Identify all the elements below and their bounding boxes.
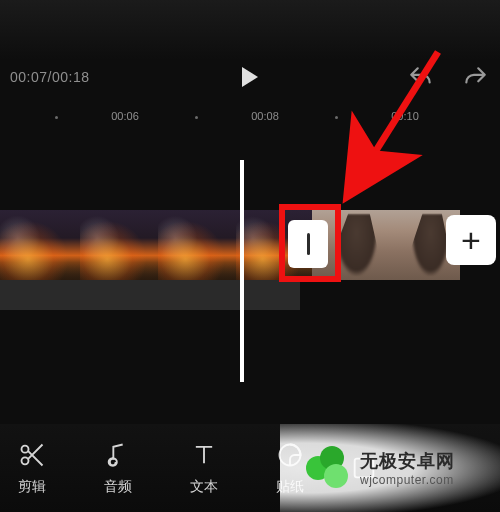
clip-track[interactable] xyxy=(0,210,500,280)
watermark-text: 无极安卓网 wjcomputer.com xyxy=(360,449,455,487)
watermark: 无极安卓网 wjcomputer.com xyxy=(280,424,500,512)
play-button[interactable] xyxy=(242,67,258,87)
tool-cut[interactable]: 剪辑 xyxy=(6,440,58,496)
ruler-label: 00:10 xyxy=(391,110,419,122)
transition-button[interactable] xyxy=(288,220,328,268)
watermark-subtitle: wjcomputer.com xyxy=(360,473,455,487)
watermark-title: 无极安卓网 xyxy=(360,449,455,473)
add-clip-button[interactable]: + xyxy=(446,215,496,265)
tool-label: 音频 xyxy=(104,478,132,496)
timeline[interactable]: + xyxy=(0,160,500,382)
plus-icon: + xyxy=(461,223,481,257)
tool-label: 文本 xyxy=(190,478,218,496)
time-ruler[interactable]: 00:06 00:08 00:10 xyxy=(0,108,500,128)
watermark-logo xyxy=(306,446,350,490)
tool-audio[interactable]: 音频 xyxy=(92,440,144,496)
clip-thumbnail[interactable] xyxy=(158,210,236,280)
ruler-label: 00:06 xyxy=(111,110,139,122)
ruler-dot xyxy=(55,116,58,119)
scissors-icon xyxy=(18,440,46,470)
audio-track[interactable] xyxy=(0,280,300,310)
ruler-label: 00:08 xyxy=(251,110,279,122)
history-controls xyxy=(408,60,488,94)
transition-icon xyxy=(307,233,310,255)
clip-thumbnail[interactable] xyxy=(80,210,158,280)
undo-button[interactable] xyxy=(408,64,434,90)
clip-thumbnail[interactable] xyxy=(0,210,80,280)
play-icon xyxy=(242,67,258,87)
video-editor-screen: 00:07/00:18 00:06 00:08 00:10 xyxy=(0,0,500,512)
undo-icon xyxy=(408,64,434,90)
text-icon xyxy=(190,440,218,470)
music-note-icon xyxy=(104,440,132,470)
redo-icon xyxy=(462,64,488,90)
time-display: 00:07/00:18 xyxy=(10,69,89,85)
ruler-dot xyxy=(335,116,338,119)
top-gradient xyxy=(0,0,500,60)
redo-button[interactable] xyxy=(462,64,488,90)
ruler-dot xyxy=(195,116,198,119)
tool-text[interactable]: 文本 xyxy=(178,440,230,496)
tool-label: 剪辑 xyxy=(18,478,46,496)
transport-bar: 00:07/00:18 xyxy=(0,60,500,94)
playhead[interactable] xyxy=(240,160,244,382)
